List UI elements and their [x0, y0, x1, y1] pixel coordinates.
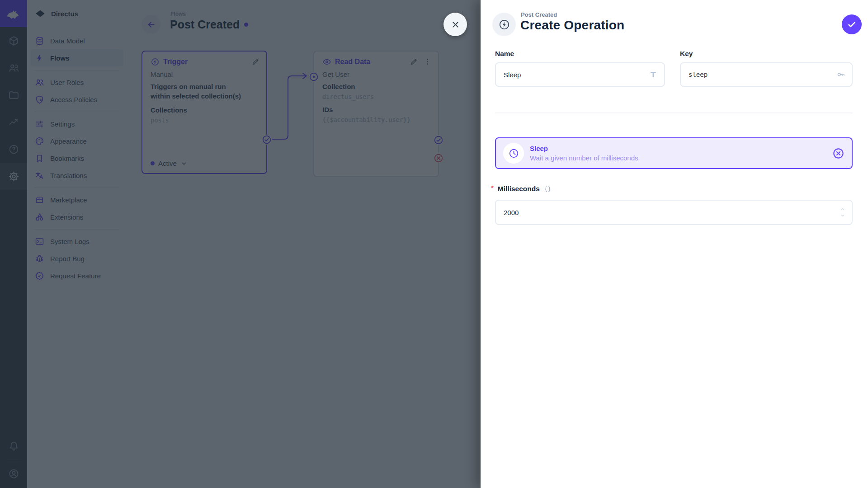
key-icon: [836, 70, 845, 79]
drawer-title: Create Operation: [520, 18, 624, 33]
operation-card-title: Sleep: [530, 145, 638, 152]
operation-card-description: Wait a given number of milliseconds: [530, 154, 638, 162]
stepper-down-icon[interactable]: [839, 213, 846, 218]
key-input[interactable]: [681, 63, 852, 86]
name-field-label: Name: [495, 50, 514, 58]
title-format-icon: [649, 70, 658, 79]
key-field-label: Key: [680, 50, 693, 58]
operation-icon-bubble: [503, 143, 524, 164]
name-input[interactable]: [496, 63, 664, 86]
raw-value-braces-icon[interactable]: [544, 185, 552, 193]
milliseconds-input-wrap: [495, 200, 853, 225]
milliseconds-label: Milliseconds: [498, 185, 540, 193]
drawer-divider: [495, 113, 853, 113]
number-stepper: [839, 206, 846, 218]
bolt-circle-icon: [498, 19, 510, 31]
deselect-operation-button[interactable]: [832, 147, 844, 160]
drawer-breadcrumb: Post Created: [521, 11, 557, 18]
directus-app: Directus Data Model Flows User Roles: [0, 0, 868, 488]
close-icon: [451, 20, 460, 29]
close-drawer-button[interactable]: [443, 13, 467, 36]
sleep-operation-card[interactable]: Sleep Wait a given number of millisecond…: [495, 137, 853, 169]
drawer-header-icon: [492, 13, 516, 36]
milliseconds-label-row: * Milliseconds: [495, 185, 552, 193]
stepper-up-icon[interactable]: [839, 206, 846, 212]
x-circle-icon: [832, 147, 844, 160]
name-input-wrap: [495, 62, 665, 87]
milliseconds-input[interactable]: [496, 201, 852, 224]
key-input-wrap: [680, 62, 853, 87]
clock-icon: [508, 148, 519, 159]
save-button[interactable]: [842, 14, 862, 34]
required-asterisk: *: [491, 184, 494, 192]
drawer-overlay[interactable]: [0, 0, 481, 488]
check-icon: [847, 19, 857, 29]
create-operation-drawer: Post Created Create Operation Name Key S…: [481, 0, 868, 488]
